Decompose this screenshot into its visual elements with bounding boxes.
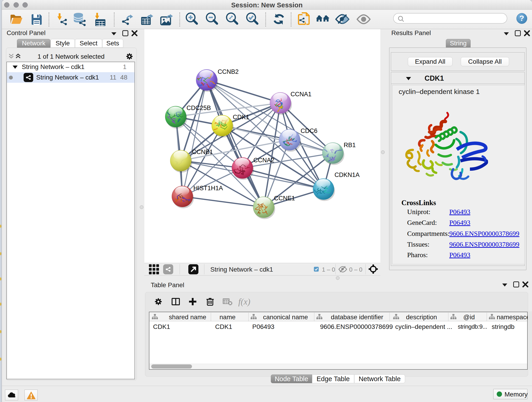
svg-text:CDK1: CDK1 bbox=[233, 114, 249, 121]
svg-text:CCNB2: CCNB2 bbox=[218, 68, 239, 75]
svg-text:CCNA2: CCNA2 bbox=[253, 157, 274, 164]
svg-text:CCNE1: CCNE1 bbox=[274, 195, 295, 202]
svg-text:CCNB1: CCNB1 bbox=[192, 148, 213, 155]
svg-text:CDKN1A: CDKN1A bbox=[335, 172, 360, 178]
svg-text:CCNA1: CCNA1 bbox=[291, 91, 312, 98]
svg-text:CDC6: CDC6 bbox=[301, 128, 317, 134]
svg-text:RB1: RB1 bbox=[344, 142, 356, 148]
svg-text:HIST1H1A: HIST1H1A bbox=[193, 185, 223, 191]
svg-text:CDC25B: CDC25B bbox=[186, 104, 211, 111]
